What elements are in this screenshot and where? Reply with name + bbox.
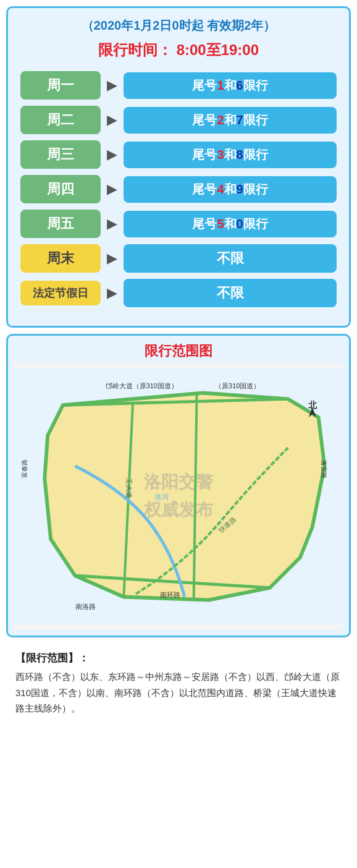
row-holiday: 法定节假日 ▶ 不限 xyxy=(20,279,337,307)
desc-title: 【限行范围】： xyxy=(15,651,342,665)
num-7: 7 xyxy=(237,113,243,127)
info-weekend: 不限 xyxy=(124,244,337,273)
time-label: 限行时间： xyxy=(98,41,172,58)
num-6: 6 xyxy=(237,79,243,92)
day-wednesday: 周三 xyxy=(20,140,101,169)
arrow-icon: ▶ xyxy=(107,285,117,301)
row-friday: 周五 ▶ 尾号5和0限行 xyxy=(20,210,337,238)
svg-text:邙岭大道（原310国道）: 邙岭大道（原310国道） xyxy=(106,382,178,389)
restriction-schedule-panel: （2020年1月2日0时起 有效期2年） 限行时间： 8:00至19:00 周一… xyxy=(6,6,351,328)
svg-text:富春路: 富春路 xyxy=(21,459,28,478)
day-holiday: 法定节假日 xyxy=(20,281,101,305)
row-tuesday: 周二 ▶ 尾号2和7限行 xyxy=(20,106,337,134)
day-weekend: 周末 xyxy=(20,244,101,273)
svg-text:洛河: 洛河 xyxy=(154,493,169,501)
info-tuesday: 尾号2和7限行 xyxy=(124,107,337,134)
arrow-icon: ▶ xyxy=(107,77,117,93)
svg-text:（原310国道）: （原310国道） xyxy=(215,382,260,389)
info-monday: 尾号1和6限行 xyxy=(124,72,337,99)
arrow-icon: ▶ xyxy=(107,250,117,266)
day-friday: 周五 xyxy=(20,210,101,238)
num-3: 3 xyxy=(217,148,224,161)
num-5: 5 xyxy=(217,217,224,231)
map-svg: 邙岭大道（原310国道） （原310国道） 富春路 洛宜路 工大道 洛河 快速路… xyxy=(14,364,343,629)
num-9: 9 xyxy=(237,182,243,196)
desc-text: 西环路（不含）以东、东环路～中州东路～安居路（不含）以西、邙岭大道（原310国道… xyxy=(15,669,342,717)
arrow-icon: ▶ xyxy=(107,216,117,232)
num-8: 8 xyxy=(237,148,243,161)
info-holiday: 不限 xyxy=(124,279,337,307)
row-monday: 周一 ▶ 尾号1和6限行 xyxy=(20,71,337,100)
day-tuesday: 周二 xyxy=(20,106,101,134)
info-friday: 尾号5和0限行 xyxy=(124,211,337,237)
row-weekend: 周末 ▶ 不限 xyxy=(20,244,337,273)
arrow-icon: ▶ xyxy=(107,147,117,163)
row-thursday: 周四 ▶ 尾号4和9限行 xyxy=(20,175,337,203)
arrow-icon: ▶ xyxy=(107,181,117,197)
arrow-icon: ▶ xyxy=(107,112,117,128)
num-1: 1 xyxy=(217,79,224,92)
description-section: 【限行范围】： 西环路（不含）以东、东环路～中州东路～安居路（不含）以西、邙岭大… xyxy=(6,644,351,724)
num-0: 0 xyxy=(237,217,243,231)
validity-title: （2020年1月2日0时起 有效期2年） xyxy=(20,17,337,34)
num-4: 4 xyxy=(217,182,224,196)
info-wednesday: 尾号3和8限行 xyxy=(124,142,337,168)
day-monday: 周一 xyxy=(20,71,101,100)
num-2: 2 xyxy=(217,113,224,127)
time-range: 限行时间： 8:00至19:00 xyxy=(20,40,337,60)
info-thursday: 尾号4和9限行 xyxy=(124,176,337,203)
svg-marker-1 xyxy=(44,393,324,600)
row-wednesday: 周三 ▶ 尾号3和8限行 xyxy=(20,140,337,169)
svg-text:南环路: 南环路 xyxy=(160,591,180,598)
svg-text:洛宜路: 洛宜路 xyxy=(321,460,327,479)
svg-text:南洛路: 南洛路 xyxy=(75,603,96,610)
day-thursday: 周四 xyxy=(20,175,101,203)
svg-text:工大道: 工大道 xyxy=(125,478,133,498)
time-value: 8:00至19:00 xyxy=(177,41,259,58)
map-title: 限行范围图 xyxy=(14,342,343,360)
map-section: 限行范围图 邙岭大道（原310国道） （原310国道） 富春路 xyxy=(6,334,351,637)
map-container: 邙岭大道（原310国道） （原310国道） 富春路 洛宜路 工大道 洛河 快速路… xyxy=(14,364,343,629)
